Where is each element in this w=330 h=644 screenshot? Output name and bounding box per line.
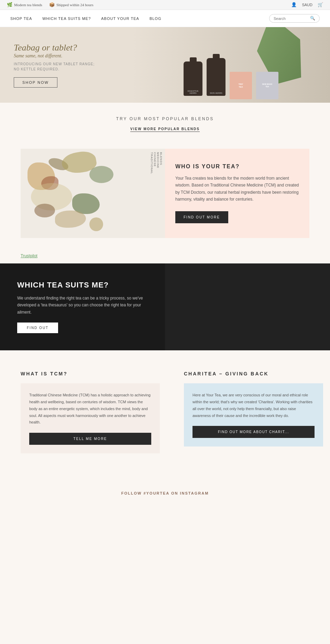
nav-links: SHOP TEA WHICH TEA SUITS ME? ABOUT YOUR … [10, 16, 161, 21]
hero-product-images: DIGESTIVEHERBS SKIN HERBS TINYTEA SKIN M… [132, 27, 330, 103]
tcm-image: TRADITIONAL CHINESE MEDICINE BLENDS [21, 149, 165, 238]
leaf-icon: 🌿 [7, 2, 12, 8]
vert-col-1: TRADITIONAL [150, 152, 153, 174]
vert-col-4: BLENDS [160, 152, 162, 174]
which-tea-section: WHICH TEA SUITS ME? We understand findin… [0, 263, 330, 350]
vert-col-3: MEDICINE [156, 152, 159, 174]
hero-title-line2: Same same, not different. [14, 53, 95, 59]
search-bar[interactable]: 🔍 [269, 14, 320, 23]
popular-blends-title: TRY OUR MOST POPULAR BLENDS [7, 116, 323, 121]
nav-blog[interactable]: BLOG [150, 16, 162, 21]
vert-col-2: CHINESE [153, 152, 156, 174]
hero-shop-now-button[interactable]: ShOP NOW [14, 77, 57, 88]
main-nav: SHOP TEA WHICH TEA SUITS ME? ABOUT YOUR … [0, 10, 330, 27]
hero-banner: Teabag or tablet? Same same, not differe… [0, 27, 330, 103]
nav-shop-tea[interactable]: SHOP TEA [10, 16, 32, 21]
search-icon[interactable]: 🔍 [310, 16, 315, 21]
what-is-tcm-col: WHAT IS TCM? Traditional Chinese Medicin… [0, 364, 174, 460]
nav-about[interactable]: ABOUT YOUR TEA [101, 16, 139, 21]
herb-background [21, 149, 165, 238]
which-tea-bg [165, 263, 330, 350]
tell-me-more-button[interactable]: TeLL ME MORE [29, 433, 151, 445]
feature-1: 🌿 Modern tea blends [7, 2, 42, 8]
hero-content: Teabag or tablet? Same same, not differe… [0, 32, 108, 98]
truck-icon: 📦 [49, 2, 55, 8]
trustpilot-label[interactable]: Trustpilot [21, 253, 37, 258]
feature-2: 📦 Shipped within 24 hours [49, 2, 94, 8]
instagram-hashtag[interactable]: #YOURTEA [143, 491, 169, 495]
hero-description: INTRODUCING OUR NEW TABLET RANGE; NO KET… [14, 61, 95, 72]
top-bar-left: 🌿 Modern tea blends 📦 Shipped within 24 … [7, 2, 94, 8]
top-bar-right: 👤 SAUD 🛒 [291, 2, 323, 8]
feature2-text: Shipped within 24 hours [56, 3, 94, 7]
charitea-title: CHARITEA – GIVING BACK [184, 371, 323, 376]
what-is-tcm-box: Traditional Chinese Medicine (TCM) has a… [21, 383, 160, 453]
nav-which-tea[interactable]: WHICH TEA SUITS ME? [42, 16, 91, 21]
what-is-tcm-title: WHAT IS TCM? [21, 371, 160, 376]
top-bar: 🌿 Modern tea blends 📦 Shipped within 24 … [0, 0, 330, 10]
feature1-text: Modern tea blends [14, 3, 42, 7]
what-is-tcm-text: Traditional Chinese Medicine (TCM) has a… [29, 392, 151, 426]
product-bottle-1: DIGESTIVEHERBS [184, 61, 202, 96]
tcm-about-section: TRADITIONAL CHINESE MEDICINE BLENDS WHO … [21, 149, 309, 238]
tcm-description: Your Tea creates tea blends for the mode… [175, 175, 299, 203]
instagram-section: FOLLOW #YOURTEA ON INSTAGRAM [0, 474, 330, 512]
which-tea-find-out-button[interactable]: FIND OUT [17, 323, 58, 333]
cart-icon[interactable]: 🛒 [318, 2, 323, 8]
tcm-title: WHO IS YOUR TEA? [175, 163, 299, 170]
user-icon[interactable]: 👤 [291, 2, 297, 8]
which-tea-description: We understand finding the right tea can … [17, 295, 148, 316]
currency-selector[interactable]: SAUD [302, 3, 312, 7]
tcm-find-out-more-button[interactable]: FIND OUT MORE [175, 211, 228, 223]
view-more-blends-link[interactable]: VIEW MORE POPULAR BLENDS [130, 127, 200, 132]
trustpilot-section: Trustpilot [0, 248, 330, 263]
charitea-text: Here at Your Tea, we are very conscious … [192, 392, 315, 419]
product-bottle-2: SKIN HERBS [207, 58, 226, 96]
product-box-gray: SKIN MAGICTEA [256, 72, 278, 99]
bottom-section: WHAT IS TCM? Traditional Chinese Medicin… [0, 350, 330, 474]
charitea-find-out-button[interactable]: FIND OUT MORE ABOUT CHARIT... [192, 426, 315, 438]
search-input[interactable] [274, 16, 308, 21]
instagram-text: FOLLOW #YOURTEA ON INSTAGRAM [7, 491, 323, 495]
product-box-pink: TINYTEA [230, 72, 252, 99]
popular-blends-section: TRY OUR MOST POPULAR BLENDS VIEW MORE PO… [0, 103, 330, 138]
hero-title-line1: Teabag or tablet? [14, 42, 95, 53]
charitea-col: CHARITEA – GIVING BACK Here at Your Tea,… [174, 364, 330, 460]
charitea-box: Here at Your Tea, we are very conscious … [184, 383, 323, 447]
tcm-info-right: WHO IS YOUR TEA? Your Tea creates tea bl… [165, 149, 309, 238]
tcm-vertical-text: TRADITIONAL CHINESE MEDICINE BLENDS [150, 152, 162, 174]
